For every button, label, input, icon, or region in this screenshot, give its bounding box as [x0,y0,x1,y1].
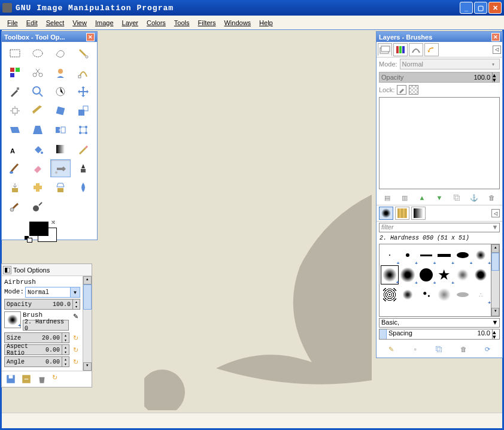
brush-item[interactable]: + [472,246,490,265]
tool-align[interactable] [5,102,25,120]
tool-ink[interactable] [73,159,93,177]
layers-panel-titlebar[interactable]: Layers - Brushes ✕ [377,32,502,42]
anchor-layer-button[interactable]: ⚓ [468,192,480,204]
brush-item[interactable] [417,285,435,304]
brush-name-field[interactable]: 2. Hardness 0 [23,320,69,331]
tool-shear[interactable] [5,121,25,139]
foreground-color[interactable] [29,222,48,236]
tool-blend[interactable] [50,140,71,158]
brush-item[interactable]: + [436,246,454,265]
layer-opacity-slider[interactable]: Opacity 100.0 ▴▾ [379,72,500,83]
brush-item[interactable]: + [454,246,472,265]
brush-item[interactable]: + [399,265,417,284]
tool-ellipse-select[interactable] [28,44,48,62]
tool-paintbrush[interactable] [5,159,25,177]
tool-zoom[interactable] [28,83,48,101]
delete-preset-icon[interactable] [37,374,47,384]
angle-reset-icon[interactable]: ↻ [71,357,80,367]
brush-item[interactable]: + [417,265,435,284]
tool-fuzzy-select[interactable] [73,44,93,62]
maximize-button[interactable]: ▢ [474,2,487,14]
brush-filter-field[interactable]: filter ▼ [379,223,500,232]
opacity-slider[interactable]: Opacity 100.0 ▴▾ [4,299,80,310]
menu-view[interactable]: View [69,18,90,28]
lock-pixels-icon[interactable] [397,85,406,95]
close-button[interactable]: ✕ [488,2,502,14]
size-reset-icon[interactable]: ↻ [71,333,80,343]
restore-preset-icon[interactable] [21,374,32,384]
tool-heal[interactable] [28,178,48,196]
tool-flip[interactable] [50,121,71,139]
tool-blur[interactable] [73,178,93,196]
brush-spacing-slider[interactable]: Spacing 10.0 ▴▾ [379,329,500,340]
aspect-slider[interactable]: Aspect Ratio 0.00 ▴▾ [4,344,69,355]
menu-file[interactable]: File [4,18,22,28]
tool-cage[interactable] [73,121,93,139]
tool-move[interactable] [73,83,93,101]
new-layer-button[interactable]: ▤ [381,192,393,204]
brush-preview[interactable]: + [4,311,21,328]
swap-colors-icon[interactable]: ⤭ [51,219,56,225]
brush-item[interactable]: + [417,246,435,265]
menu-image[interactable]: Image [92,18,117,28]
brush-item[interactable] [399,285,417,304]
brush-item[interactable]: ∴+ [472,285,490,304]
new-group-button[interactable]: ▥ [399,192,411,204]
duplicate-brush-button[interactable]: ⿻ [433,343,445,355]
tool-color-picker[interactable] [5,83,25,101]
tool-pencil[interactable] [73,140,93,158]
tool-clone[interactable] [5,178,25,196]
tab-patterns[interactable] [395,207,409,220]
tool-options-scrollbar[interactable]: ▴ ▾ [83,276,92,371]
tab-undo[interactable] [424,43,439,56]
mode-select[interactable]: Normal ▼ [25,287,80,298]
menu-help[interactable]: Help [256,18,277,28]
brush-edit-icon[interactable]: ✎ [71,311,80,321]
brush-panel-menu-button[interactable]: ◁ [491,209,500,217]
tool-perspective-clone[interactable] [50,178,71,196]
brush-item[interactable] [454,265,472,284]
brush-item[interactable] [472,265,490,284]
delete-layer-button[interactable]: 🗑 [485,192,497,204]
size-slider[interactable]: Size 20.00 ▴▾ [4,332,69,343]
tool-foreground-select[interactable] [50,63,71,81]
raise-layer-button[interactable]: ▲ [416,192,428,204]
brush-item-selected[interactable]: + [381,265,399,284]
brush-item[interactable]: + [399,246,417,265]
toolbox-close-button[interactable]: ✕ [86,33,95,41]
tool-scissors[interactable] [28,63,48,81]
tab-gradients[interactable] [411,207,426,220]
tab-brushes[interactable] [379,207,393,220]
menu-filters[interactable]: Filters [195,18,220,28]
lock-alpha-icon[interactable] [409,85,418,95]
tool-rotate[interactable] [50,102,71,120]
tool-dodge[interactable] [28,198,48,216]
panel-menu-button[interactable]: ◁ [493,46,501,54]
tool-smudge[interactable] [5,198,25,216]
tool-crop[interactable] [28,102,48,120]
brush-item[interactable] [381,285,399,304]
save-preset-icon[interactable] [5,374,16,384]
edit-brush-button[interactable]: ✎ [385,343,397,355]
tool-bucket-fill[interactable] [28,140,48,158]
layer-list[interactable] [379,97,500,189]
refresh-brush-button[interactable]: ⟳ [482,343,494,355]
tool-airbrush[interactable] [50,159,71,177]
tab-paths[interactable] [409,43,423,56]
lower-layer-button[interactable]: ▼ [433,192,445,204]
menu-colors[interactable]: Colors [143,18,169,28]
delete-brush-button[interactable]: 🗑 [457,343,469,355]
brush-item[interactable]: + [381,246,399,265]
tab-channels[interactable] [393,43,408,56]
angle-slider[interactable]: Angle 0.00 ▴▾ [4,356,69,367]
brush-item[interactable] [454,285,472,304]
tool-measure[interactable] [50,83,71,101]
new-brush-button[interactable]: ▫ [409,343,421,355]
dock-grip-icon[interactable]: ◧ [3,266,11,274]
tool-perspective[interactable] [28,121,48,139]
menu-tools[interactable]: Tools [171,18,193,28]
tool-free-select[interactable] [50,44,71,62]
brush-scrollbar[interactable]: ▴ ▾ [491,244,499,316]
menu-layer[interactable]: Layer [119,18,142,28]
tool-eraser[interactable] [28,159,48,177]
